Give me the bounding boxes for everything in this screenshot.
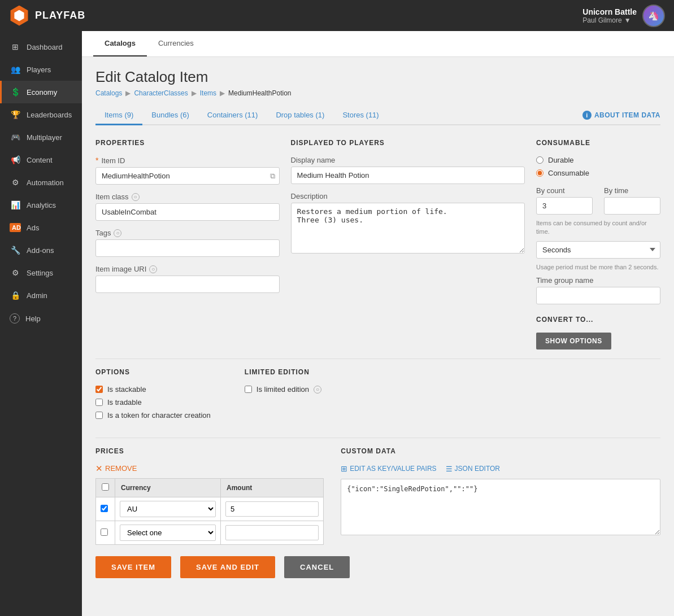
select-all-checkbox[interactable] [102, 483, 109, 491]
json-editor-link[interactable]: ☰ JSON EDITOR [446, 465, 500, 473]
save-and-edit-button[interactable]: SAVE AND EDIT [180, 556, 275, 578]
count-time-row: By count By time [536, 186, 660, 215]
display-name-label: Display name [291, 156, 525, 164]
durable-radio-input[interactable] [536, 156, 543, 164]
analytics-icon: 📊 [10, 200, 21, 209]
sidebar-item-label: Content [27, 156, 53, 164]
sidebar-item-dashboard[interactable]: ⊞ Dashboard [0, 36, 82, 58]
item-image-uri-hint-icon[interactable]: ○ [149, 265, 157, 273]
is-tradable-checkbox[interactable]: Is tradable [95, 398, 211, 407]
sidebar-item-addons[interactable]: 🔧 Add-ons [0, 239, 82, 261]
sidebar-item-label: Analytics [27, 201, 56, 209]
price-row-1-amount[interactable] [225, 501, 319, 517]
custom-data-header: ⊞ EDIT AS KEY/VALUE PAIRS ☰ JSON EDITOR [341, 464, 660, 473]
sidebar-item-help[interactable]: ? Help [0, 307, 82, 330]
top-header: PLAYFAB Unicorn Battle Paul Gilmore ▼ 🦄 [0, 0, 674, 31]
item-id-input[interactable] [95, 167, 280, 185]
show-options-button[interactable]: SHOW OPTIONS [536, 333, 611, 349]
tab-stores[interactable]: Stores (11) [333, 106, 388, 125]
tags-hint-icon[interactable]: ○ [114, 229, 121, 237]
sidebar-item-admin[interactable]: 🔒 Admin [0, 284, 82, 307]
save-item-button[interactable]: SAVE ITEM [95, 556, 171, 578]
prices-section: PRICES ✕ REMOVE Currency Amount [95, 447, 324, 545]
item-image-uri-input[interactable] [95, 276, 280, 293]
breadcrumb-items[interactable]: Items [200, 89, 216, 97]
tab-bundles[interactable]: Bundles (6) [142, 106, 198, 125]
tags-input[interactable] [95, 239, 280, 257]
sidebar-item-settings[interactable]: ⚙ Settings [0, 261, 82, 284]
sidebar-item-label: Settings [27, 269, 53, 277]
tabs-bar: Catalogs Currencies [82, 31, 674, 57]
about-item-data-link[interactable]: i ABOUT ITEM DATA [582, 111, 660, 120]
sidebar-item-ads[interactable]: AD Ads [0, 216, 82, 239]
item-class-hint-icon[interactable]: ○ [132, 193, 140, 201]
avatar[interactable]: 🦄 [642, 5, 665, 27]
sidebar-item-players[interactable]: 👥 Players [0, 58, 82, 81]
price-row-2-amount[interactable] [225, 525, 319, 540]
properties-section: PROPERTIES * Item ID ⧉ Item class ○ [95, 139, 280, 349]
custom-data-textarea[interactable]: {"icon":"SingleRedPotion","":""} [341, 479, 660, 535]
price-row-2-currency[interactable]: Select one AU [120, 525, 216, 541]
ads-icon: AD [10, 223, 21, 232]
by-count-label: By count [536, 186, 593, 195]
is-token-input[interactable] [95, 412, 103, 419]
is-stackable-checkbox[interactable]: Is stackable [95, 385, 211, 394]
displayed-to-players-section: DISPLAYED TO PLAYERS Display name Descri… [291, 139, 525, 349]
col-check [96, 479, 115, 497]
sidebar-item-label: Dashboard [27, 43, 63, 51]
sidebar-item-automation[interactable]: ⚙ Automation [0, 171, 82, 194]
tab-items[interactable]: Items (9) [95, 106, 142, 125]
by-time-input[interactable] [604, 197, 660, 215]
consumable-section: CONSUMABLE Durable Consumable [536, 139, 660, 349]
limited-edition-title: LIMITED EDITION [245, 368, 321, 376]
form-top-row: PROPERTIES * Item ID ⧉ Item class ○ [95, 139, 660, 349]
cancel-button[interactable]: CANCEL [284, 556, 350, 578]
price-row-2: Select one AU [96, 521, 324, 545]
consumable-radio-input[interactable] [536, 169, 543, 177]
price-row-2-checkbox[interactable] [101, 528, 108, 536]
price-row-1-currency[interactable]: AU [120, 501, 216, 517]
is-tradable-input[interactable] [95, 399, 103, 406]
sidebar-item-label: Leaderboards [27, 111, 72, 119]
sidebar-item-multiplayer[interactable]: 🎮 Multiplayer [0, 126, 82, 148]
consumable-radio[interactable]: Consumable [536, 169, 660, 177]
time-unit-select[interactable]: Seconds Minutes Hours Days [536, 241, 660, 259]
divider-2 [95, 438, 660, 438]
sidebar-item-label: Add-ons [27, 246, 54, 255]
tab-drop-tables[interactable]: Drop tables (1) [267, 106, 333, 125]
time-group-name-input[interactable] [536, 287, 660, 304]
tab-containers[interactable]: Containers (11) [198, 106, 267, 125]
sidebar-item-leaderboards[interactable]: 🏆 Leaderboards [0, 103, 82, 126]
price-row-1-checkbox[interactable] [101, 505, 108, 512]
display-name-input[interactable] [291, 167, 525, 184]
col-currency-header: Currency [115, 479, 221, 497]
durable-radio[interactable]: Durable [536, 156, 660, 164]
tab-currencies[interactable]: Currencies [147, 31, 205, 56]
multiplayer-icon: 🎮 [10, 133, 21, 142]
is-limited-edition-input[interactable] [245, 386, 252, 393]
sidebar-item-content[interactable]: 📢 Content [0, 148, 82, 171]
is-limited-edition-checkbox[interactable]: Is limited edition ○ [245, 385, 321, 394]
breadcrumb-current: MediumHealthPotion [228, 89, 291, 97]
consumable-hint1: Items can be consumed by count and/or ti… [536, 219, 660, 237]
is-token-checkbox[interactable]: Is a token for character creation [95, 411, 211, 420]
item-class-input[interactable] [95, 203, 280, 221]
prices-custom-row: PRICES ✕ REMOVE Currency Amount [95, 447, 660, 545]
item-id-field-wrapper: ⧉ [95, 167, 280, 185]
remove-price-link[interactable]: ✕ REMOVE [95, 464, 324, 473]
breadcrumb-catalogs[interactable]: Catalogs [95, 89, 122, 97]
by-count-input[interactable] [536, 197, 593, 215]
breadcrumb-characterclasses[interactable]: CharacterClasses [134, 89, 188, 97]
copy-icon[interactable]: ⧉ [270, 172, 275, 181]
limited-edition-hint-icon[interactable]: ○ [314, 386, 321, 394]
sidebar-item-economy[interactable]: 💲 Economy [0, 81, 82, 103]
is-stackable-input[interactable] [95, 386, 103, 393]
item-image-uri-label: Item image URI ○ [95, 265, 280, 273]
description-textarea[interactable]: Restores a medium portion of life. Three… [291, 203, 525, 254]
leaderboards-icon: 🏆 [10, 110, 21, 119]
edit-kv-pairs-link[interactable]: ⊞ EDIT AS KEY/VALUE PAIRS [341, 464, 436, 473]
sidebar-item-analytics[interactable]: 📊 Analytics [0, 194, 82, 216]
logo-area: PLAYFAB [9, 6, 85, 26]
tags-label: Tags ○ [95, 229, 280, 237]
tab-catalogs[interactable]: Catalogs [93, 31, 147, 56]
